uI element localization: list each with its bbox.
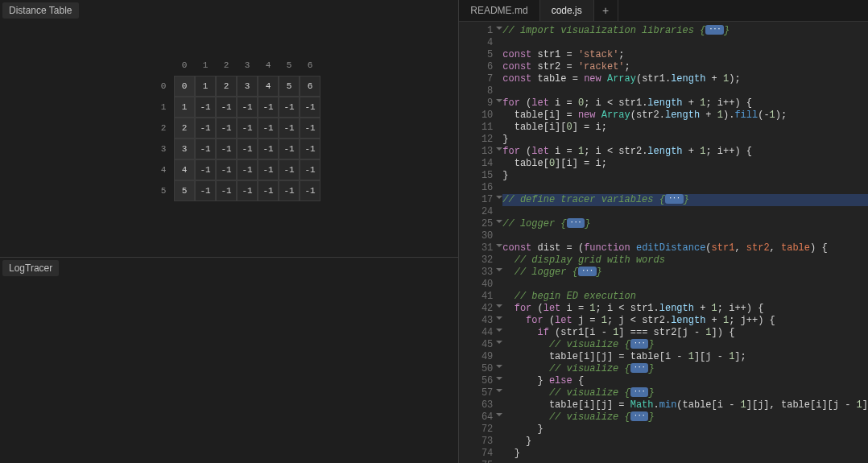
code-line[interactable] xyxy=(502,85,868,97)
code-line[interactable]: const str1 = 'stack'; xyxy=(502,49,868,61)
code-line[interactable]: // import visualization libraries {} xyxy=(502,25,868,37)
fold-badge-icon[interactable] xyxy=(630,363,649,373)
fold-badge-icon[interactable] xyxy=(630,411,649,421)
code-line[interactable]: table[i][j] = table[i - 1][j - 1]; xyxy=(502,351,868,363)
code-line[interactable]: // visualize {} xyxy=(502,387,868,399)
gutter-line[interactable]: 8 xyxy=(459,85,493,97)
code-line[interactable]: } else { xyxy=(502,375,868,387)
table-col-header: 3 xyxy=(237,55,258,76)
fold-badge-icon[interactable] xyxy=(630,387,649,397)
code-line[interactable]: table[i][0] = i; xyxy=(502,122,868,134)
gutter-line[interactable]: 42 xyxy=(459,303,493,315)
gutter-line[interactable]: 31 xyxy=(459,242,493,254)
code-line[interactable]: } xyxy=(502,134,868,146)
code-line[interactable]: // visualize {} xyxy=(502,363,868,375)
gutter-line[interactable]: 9 xyxy=(459,97,493,110)
code-line[interactable]: } xyxy=(502,170,868,182)
code-line[interactable]: table[i][j] = Math.min(table[i - 1][j], … xyxy=(502,399,868,411)
tab-code-js[interactable]: code.js xyxy=(540,0,594,21)
gutter-line[interactable]: 10 xyxy=(459,110,493,122)
code-line[interactable]: const dist = (function editDistance(str1… xyxy=(502,242,868,254)
code-line[interactable]: const table = new Array(str1.length + 1)… xyxy=(502,73,868,85)
code-line[interactable] xyxy=(502,230,868,242)
gutter-line[interactable]: 30 xyxy=(459,230,493,242)
code-line[interactable]: for (let i = 1; i < str1.length + 1; i++… xyxy=(502,303,868,315)
gutter-line[interactable]: 14 xyxy=(459,158,493,170)
gutter-line[interactable]: 11 xyxy=(459,122,493,134)
new-tab-button[interactable]: + xyxy=(594,0,618,21)
code-line[interactable] xyxy=(502,182,868,194)
code-line[interactable]: // display grid with words xyxy=(502,254,868,267)
gutter-line[interactable]: 44 xyxy=(459,327,493,339)
code-line[interactable]: } xyxy=(502,448,868,460)
gutter-line[interactable]: 63 xyxy=(459,399,493,411)
table-cell: -1 xyxy=(258,159,279,180)
gutter-line[interactable]: 57 xyxy=(459,387,493,399)
code-line[interactable]: // visualize {} xyxy=(502,411,868,424)
gutter-line[interactable]: 15 xyxy=(459,170,493,182)
table-row-header: 5 xyxy=(153,180,174,201)
table-col-header: 4 xyxy=(258,55,279,76)
gutter-line[interactable]: 56 xyxy=(459,375,493,387)
gutter-line[interactable]: 12 xyxy=(459,134,493,146)
code-line[interactable]: for (let i = 0; i < str1.length + 1; i++… xyxy=(502,97,868,110)
gutter-line[interactable]: 40 xyxy=(459,279,493,291)
code-line[interactable] xyxy=(502,279,868,291)
fold-badge-icon[interactable] xyxy=(630,339,649,349)
gutter-line[interactable]: 13 xyxy=(459,146,493,158)
table-cell: -1 xyxy=(237,138,258,159)
gutter-line[interactable]: 74 xyxy=(459,448,493,460)
gutter-line[interactable]: 32 xyxy=(459,254,493,267)
code-line[interactable] xyxy=(502,206,868,218)
distance-table-panel: Distance Table 01234560012345611-1-1-1-1… xyxy=(0,0,458,257)
editor-code-area[interactable]: // import visualization libraries {}cons… xyxy=(498,22,868,463)
fold-badge-icon[interactable] xyxy=(578,267,597,276)
table-cell: -1 xyxy=(300,97,320,118)
gutter-line[interactable]: 49 xyxy=(459,351,493,363)
table-cell: -1 xyxy=(216,138,237,159)
fold-badge-icon[interactable] xyxy=(705,25,724,35)
gutter-line[interactable]: 50 xyxy=(459,363,493,375)
table-row-header: 0 xyxy=(153,76,174,97)
gutter-line[interactable]: 5 xyxy=(459,49,493,61)
code-line[interactable]: table[0][i] = i; xyxy=(502,158,868,170)
gutter-line[interactable]: 43 xyxy=(459,315,493,327)
table-cell: -1 xyxy=(216,97,237,118)
gutter-line[interactable]: 73 xyxy=(459,436,493,448)
code-line[interactable]: // begin ED execution xyxy=(502,291,868,303)
code-line[interactable]: const str2 = 'racket'; xyxy=(502,61,868,73)
code-line[interactable]: // logger {} xyxy=(502,218,868,230)
code-line[interactable]: for (let i = 1; i < str2.length + 1; i++… xyxy=(502,146,868,158)
gutter-line[interactable]: 6 xyxy=(459,61,493,73)
code-line[interactable]: // visualize {} xyxy=(502,339,868,351)
gutter-line[interactable]: 75 xyxy=(459,460,493,463)
code-line[interactable]: table[i] = new Array(str2.length + 1).fi… xyxy=(502,110,868,122)
gutter-line[interactable]: 33 xyxy=(459,267,493,279)
gutter-line[interactable]: 45 xyxy=(459,339,493,351)
gutter-line[interactable]: 7 xyxy=(459,73,493,85)
gutter-line[interactable]: 25 xyxy=(459,218,493,230)
code-line[interactable]: // logger {} xyxy=(502,267,868,279)
code-editor[interactable]: 1456789101112131415161724253031323340414… xyxy=(459,22,868,463)
gutter-line[interactable]: 41 xyxy=(459,291,493,303)
gutter-line[interactable]: 24 xyxy=(459,206,493,218)
fold-badge-icon[interactable] xyxy=(665,194,684,204)
gutter-line[interactable]: 72 xyxy=(459,424,493,436)
gutter-line[interactable]: 16 xyxy=(459,182,493,194)
code-line[interactable] xyxy=(502,37,868,49)
code-line[interactable] xyxy=(502,460,868,463)
code-line[interactable]: } xyxy=(502,424,868,436)
code-line[interactable]: for (let j = 1; j < str2.length + 1; j++… xyxy=(502,315,868,327)
code-line[interactable]: if (str1[i - 1] === str2[j - 1]) { xyxy=(502,327,868,339)
gutter-line[interactable]: 64 xyxy=(459,411,493,424)
table-col-header: 6 xyxy=(300,55,320,76)
fold-badge-icon[interactable] xyxy=(567,218,585,228)
code-line[interactable]: } xyxy=(502,436,868,448)
gutter-line[interactable]: 4 xyxy=(459,37,493,49)
gutter-line[interactable]: 1 xyxy=(459,25,493,37)
table-cell: 1 xyxy=(195,76,216,97)
table-cell: 0 xyxy=(174,76,195,97)
gutter-line[interactable]: 17 xyxy=(459,194,493,206)
code-line[interactable]: // define tracer variables {} xyxy=(502,194,868,206)
tab-readme-md[interactable]: README.md xyxy=(459,0,539,21)
